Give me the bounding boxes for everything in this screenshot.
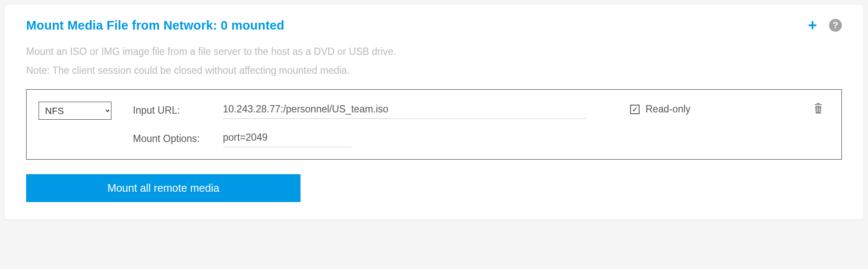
- panel-header: Mount Media File from Network: 0 mounted…: [26, 18, 842, 45]
- svg-rect-1: [817, 103, 820, 104]
- panel-title: Mount Media File from Network: 0 mounted: [26, 18, 285, 33]
- mount-options-input[interactable]: [223, 130, 351, 147]
- help-icon[interactable]: ?: [829, 19, 842, 32]
- description-line-1: Mount an ISO or IMG image file from a fi…: [26, 45, 842, 58]
- mount-all-button[interactable]: Mount all remote media: [26, 174, 300, 202]
- description-line-2: Note: The client session could be closed…: [26, 63, 842, 77]
- url-label: Input URL:: [133, 105, 223, 116]
- url-field-row: Input URL:: [133, 102, 587, 119]
- fields-column: Input URL: Mount Options:: [133, 102, 587, 147]
- svg-rect-3: [819, 108, 820, 112]
- url-input[interactable]: [223, 102, 587, 119]
- readonly-checkbox[interactable]: ✓ Read-only: [630, 103, 691, 115]
- svg-rect-2: [817, 108, 818, 112]
- options-field-row: Mount Options:: [133, 130, 587, 147]
- add-icon[interactable]: +: [808, 18, 817, 33]
- checkbox-icon: ✓: [630, 105, 640, 114]
- protocol-select[interactable]: NFS: [39, 102, 111, 120]
- header-actions: + ?: [808, 18, 842, 33]
- mount-media-panel: Mount Media File from Network: 0 mounted…: [4, 4, 864, 220]
- svg-rect-0: [815, 104, 822, 105]
- media-entry-row: NFS Input URL: Mount Options: ✓ Read-onl…: [26, 89, 842, 160]
- readonly-label: Read-only: [646, 103, 691, 115]
- trash-icon[interactable]: [812, 103, 824, 116]
- mount-options-label: Mount Options:: [133, 133, 223, 145]
